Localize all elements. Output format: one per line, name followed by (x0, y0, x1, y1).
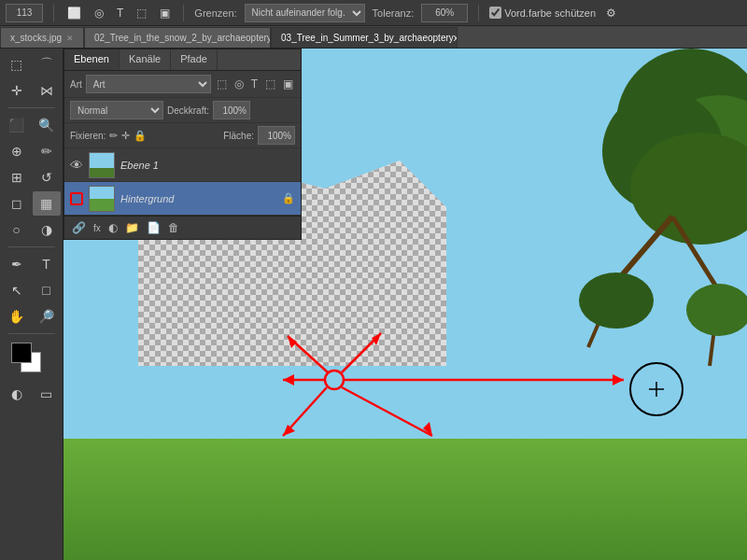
panel-tab-pfade[interactable]: Pfade (171, 49, 218, 70)
sample-btn4[interactable]: ⬚ (134, 6, 149, 21)
grenzen-select[interactable]: Nicht aufeinander folg. (245, 4, 365, 22)
layer-item-2[interactable]: Hintergrund 🔒 (64, 182, 301, 216)
extra-btn[interactable]: ⚙ (603, 6, 619, 21)
sample-mode-btn[interactable]: ⬜ (64, 6, 84, 21)
tool-row-1: ⬚ ⌒ (3, 52, 61, 77)
toleranz-input[interactable] (421, 4, 468, 22)
svg-point-9 (686, 284, 747, 336)
marquee-tool[interactable]: ⬚ (3, 52, 31, 77)
history-brush[interactable]: ↺ (33, 165, 61, 189)
opacity-input[interactable]: 100% (213, 101, 250, 119)
tool-row-bottom: ◐ ▭ (3, 382, 61, 406)
crop-tool[interactable]: ⬛ (3, 113, 31, 137)
link-layers-btn[interactable]: 🔗 (70, 220, 88, 235)
filter-kind-label: Art (70, 79, 82, 90)
separator (53, 5, 54, 21)
pen-tool[interactable]: ✒ (3, 252, 31, 276)
vordfarbe-checkbox-label[interactable]: Vord.farbe schützen (489, 7, 596, 19)
tool-row-6: ◻ ▦ (3, 191, 61, 216)
sample-btn3[interactable]: T (114, 6, 126, 21)
eraser-tool[interactable]: ◻ (3, 191, 31, 216)
tool-row-7: ○ ◑ (3, 217, 61, 242)
layer-1-thumb (89, 152, 115, 178)
delete-layer-btn[interactable]: 🗑 (166, 220, 181, 235)
filter-icon-btn5[interactable]: ▣ (281, 77, 295, 91)
tree-svg (430, 49, 747, 422)
shape-tool[interactable]: □ (33, 278, 61, 302)
heal-tool[interactable]: ⊕ (3, 139, 31, 163)
panel-filter-toolbar: Art Art ⬚ ◎ T ⬚ ▣ (64, 71, 301, 98)
new-layer-btn[interactable]: 📄 (145, 220, 162, 235)
select-tool[interactable]: ↖ (3, 278, 31, 302)
fix-icon-lock[interactable]: 🔒 (134, 130, 147, 142)
fill-input[interactable]: 100% (258, 126, 295, 145)
layer-2-name: Hintergrund (120, 193, 276, 204)
tab-2[interactable]: 02_Tree_in_the_snow_2_by_archaeopteryx_s… (84, 27, 271, 48)
vordfarbe-checkbox[interactable] (489, 7, 501, 19)
layer-2-thumb (89, 186, 115, 212)
zoom-tool[interactable]: 🔎 (33, 304, 61, 329)
eyedropper-tool[interactable]: 🔍 (33, 113, 61, 137)
top-toolbar: 113 ⬜ ◎ T ⬚ ▣ Grenzen: Nicht aufeinander… (0, 0, 747, 26)
brush-tool[interactable]: ✏ (33, 139, 61, 163)
fix-row: Fixieren: ✏ ✛ 🔒 Fläche: 100% (64, 123, 301, 148)
text-tool[interactable]: T (33, 252, 61, 276)
wand-tool[interactable]: ⋈ (33, 78, 61, 103)
blend-mode-select[interactable]: Normal (70, 101, 163, 119)
layer-2-thumb-preview (90, 187, 114, 211)
new-group-btn[interactable]: 📁 (123, 220, 141, 235)
tree-area (430, 49, 747, 422)
panel-tab-kanaele[interactable]: Kanäle (120, 49, 171, 70)
move-tool[interactable]: ✛ (3, 78, 31, 103)
layer-item-1[interactable]: 👁 Ebene 1 (64, 148, 301, 182)
color-swatches (11, 343, 52, 376)
blur-tool[interactable]: ○ (3, 217, 31, 242)
svg-point-8 (579, 273, 654, 329)
quick-mask-btn[interactable]: ◐ (3, 382, 31, 406)
tab-2-label: 02_Tree_in_the_snow_2_by_archaeopteryx_s… (94, 33, 271, 43)
separator2 (183, 5, 184, 21)
tab-1[interactable]: x_stocks.jpg ✕ (0, 27, 84, 48)
panel-tab-ebenen[interactable]: Ebenen (64, 49, 120, 70)
sample-btn2[interactable]: ◎ (92, 6, 106, 21)
opacity-label: Deckkraft: (167, 105, 209, 116)
tool-sep-2 (8, 246, 55, 247)
filter-icon-btn2[interactable]: ◎ (233, 77, 246, 91)
separator3 (478, 5, 479, 21)
tool-row-5: ⊞ ↺ (3, 165, 61, 189)
tool-size-input[interactable]: 113 (6, 4, 43, 22)
screen-mode-btn[interactable]: ▭ (33, 382, 61, 406)
tool-row-10: ✋ 🔎 (3, 304, 61, 329)
tool-row-4: ⊕ ✏ (3, 139, 61, 163)
clone-tool[interactable]: ⊞ (3, 165, 31, 189)
filter-kind-select[interactable]: Art (86, 75, 211, 93)
canvas-area[interactable]: Ebenen Kanäle Pfade Art Art ⬚ ◎ T ⬚ ▣ No… (63, 49, 747, 560)
filter-icon-btn1[interactable]: ⬚ (215, 77, 229, 91)
filter-icon-btn4[interactable]: ⬚ (263, 77, 277, 91)
ground-bg (63, 439, 747, 560)
panel-bottom-toolbar: 🔗 fx ◐ 📁 📄 🗑 (64, 216, 301, 239)
layer-2-lock-icon: 🔒 (282, 192, 295, 204)
blend-opacity-row: Normal Deckkraft: 100% (64, 98, 301, 123)
add-style-btn[interactable]: fx (92, 220, 103, 235)
lasso-tool[interactable]: ⌒ (33, 52, 61, 77)
vordfarbe-label: Vord.farbe schützen (504, 7, 596, 19)
filter-icon-btn3[interactable]: T (249, 77, 260, 91)
dodge-tool[interactable]: ◑ (33, 217, 61, 242)
fix-icon-pencil[interactable]: ✏ (109, 130, 118, 142)
add-mask-btn[interactable]: ◐ (106, 220, 120, 235)
foreground-color-swatch[interactable] (11, 343, 32, 363)
tab-3[interactable]: 03_Tree_in_Summer_3_by_archaeopteryx_sto… (271, 27, 458, 48)
layer-1-visibility[interactable]: 👁 (70, 158, 83, 173)
fix-icon-move[interactable]: ✛ (121, 130, 130, 142)
layer-1-thumb-preview (90, 153, 114, 177)
svg-line-4 (616, 217, 672, 282)
layer-1-name: Ebene 1 (120, 160, 295, 171)
gradient-tool[interactable]: ▦ (33, 191, 61, 216)
layers-panel: Ebenen Kanäle Pfade Art Art ⬚ ◎ T ⬚ ▣ No… (63, 49, 302, 240)
hand-tool[interactable]: ✋ (3, 304, 31, 329)
tab-1-close[interactable]: ✕ (66, 34, 74, 43)
tab-bar: x_stocks.jpg ✕ 02_Tree_in_the_snow_2_by_… (0, 26, 747, 49)
tool-sep-3 (8, 333, 55, 334)
sample-btn5[interactable]: ▣ (157, 6, 173, 21)
